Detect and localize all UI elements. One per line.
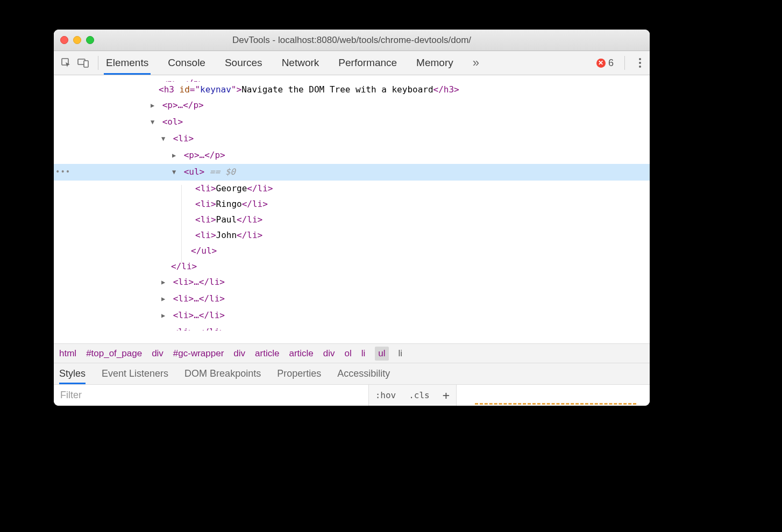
attr-value: keynav [200,84,231,95]
dom-row-li-c[interactable]: ▶ <li>…</li> [54,307,650,324]
inspect-icon[interactable] [59,56,73,70]
kebab-menu-icon[interactable] [636,58,644,68]
text-node: John [216,230,237,240]
dom-row-li[interactable]: ▼ <li> [54,131,650,147]
device-toggle-icon[interactable] [76,56,90,70]
crumb-ol[interactable]: ol [345,348,352,359]
tag: </li> [242,199,268,209]
dom-row-item[interactable]: <li>John</li> [54,227,650,243]
tag: </h3> [433,84,459,95]
crumb-article[interactable]: article [255,348,279,359]
dom-row-selected-ul[interactable]: •••▼ <ul> == $0 [54,164,650,181]
tabs-overflow[interactable]: » [473,51,479,75]
tab-memory[interactable]: Memory [416,51,453,75]
crumb-li[interactable]: li [361,348,366,359]
subtab-listeners[interactable]: Event Listeners [102,363,168,384]
gutter-menu-icon[interactable]: ••• [55,164,70,179]
tab-sources[interactable]: Sources [225,51,262,75]
dom-row-item[interactable]: <li>Ringo</li> [54,196,650,212]
attr-name: id [180,84,190,95]
tag: "> [231,84,241,95]
devtools-window: DevTools - localhost:8080/web/tools/chro… [54,30,650,406]
crumb-top[interactable]: #top_of_page [86,348,142,359]
styles-subtabs: Styles Event Listeners DOM Breakpoints P… [54,363,650,384]
minimize-window-button[interactable] [73,36,81,44]
tag: <li> [195,214,216,225]
tab-console[interactable]: Console [168,51,205,75]
hov-button[interactable]: :hov [369,385,403,406]
dom-row-h3[interactable]: <h3 id="keynav">Navigate the DOM Tree wi… [54,82,650,97]
tab-performance[interactable]: Performance [338,51,397,75]
tag: <ol> [162,117,183,127]
tag: <h3 [159,84,180,95]
zoom-window-button[interactable] [86,36,94,44]
styles-filter-bar: :hov .cls + [54,384,650,406]
subtab-styles[interactable]: Styles [59,363,86,384]
breadcrumbs: html #top_of_page div #gc-wrapper div ar… [54,343,650,363]
tree-guide-line [181,185,182,262]
subtab-breakpoints[interactable]: DOM Breakpoints [184,363,261,384]
titlebar: DevTools - localhost:8080/web/tools/chro… [54,30,650,51]
crumb-ul-selected[interactable]: ul [375,347,388,361]
dom-row-ul-close[interactable]: </ul> [54,243,650,258]
tag: </li> [237,230,262,240]
crumb-li2[interactable]: li [399,348,403,359]
crumb-div[interactable]: div [152,348,163,359]
tag: <li> [195,230,216,240]
tag: <p> [162,100,178,110]
text-node: Paul [216,214,237,225]
toolbar-right: ✕ 6 [596,56,644,70]
console-ref: == $0 [204,167,236,177]
error-count: 6 [608,57,614,69]
new-rule-button[interactable]: + [436,385,456,406]
subtab-accessibility[interactable]: Accessibility [337,363,390,384]
error-icon: ✕ [596,59,606,68]
close-window-button[interactable] [60,36,68,44]
dom-row-item[interactable]: <li>Paul</li> [54,212,650,227]
tab-elements[interactable]: Elements [106,51,148,75]
dom-row-li-c[interactable]: ▶ <li>…</li> [54,274,650,291]
dom-row-cut[interactable]: ▶ <p>…</p> [54,75,650,82]
box-model-edge [475,403,636,405]
styles-side-box [456,385,650,406]
dom-row-item[interactable]: <li>George</li> [54,181,650,196]
tag: <li> [173,133,194,143]
tag: <li> [195,183,216,193]
dom-tree[interactable]: ▶ <p>…</p> <h3 id="keynav">Navigate the … [54,75,650,343]
text-node: Navigate the DOM Tree with a keyboard [241,84,433,95]
subtab-properties[interactable]: Properties [277,363,321,384]
dom-row-p2[interactable]: ▶ <p>…</p> [54,147,650,164]
crumb-div2[interactable]: div [233,348,245,359]
crumb-gc[interactable]: #gc-wrapper [173,348,224,359]
tag: </p> [183,78,204,82]
tag: </li> [237,214,262,225]
crumb-div3[interactable]: div [323,348,335,359]
crumb-html[interactable]: html [59,348,76,359]
text-node: George [216,183,247,193]
tag: =" [190,84,200,95]
tag: <ul> [184,167,205,177]
tag: </li> [247,183,273,193]
tag: </ul> [191,246,217,256]
separator [624,56,625,70]
window-title: DevTools - localhost:8080/web/tools/chro… [54,35,650,46]
dom-row-ol[interactable]: ▼ <ol> [54,114,650,131]
svg-rect-2 [84,61,88,67]
panel-tabs: Elements Console Sources Network Perform… [106,51,593,75]
main-toolbar: Elements Console Sources Network Perform… [54,51,650,75]
crumb-article2[interactable]: article [289,348,313,359]
tag: <li> [195,199,216,209]
window-controls [60,36,94,44]
dom-row-li-c[interactable]: ▶ <li>…</li> [54,324,650,330]
cls-button[interactable]: .cls [402,385,436,406]
filter-tools: :hov .cls + [368,385,456,406]
text-node: Ringo [216,199,242,209]
error-badge[interactable]: ✕ 6 [596,57,614,69]
styles-filter-input[interactable] [54,385,368,406]
tab-network[interactable]: Network [282,51,319,75]
dom-row-p[interactable]: ▶ <p>…</p> [54,97,650,114]
dom-row-li-close[interactable]: </li> [54,258,650,274]
separator [98,56,98,70]
tag: </li> [171,261,197,271]
dom-row-li-c[interactable]: ▶ <li>…</li> [54,291,650,307]
